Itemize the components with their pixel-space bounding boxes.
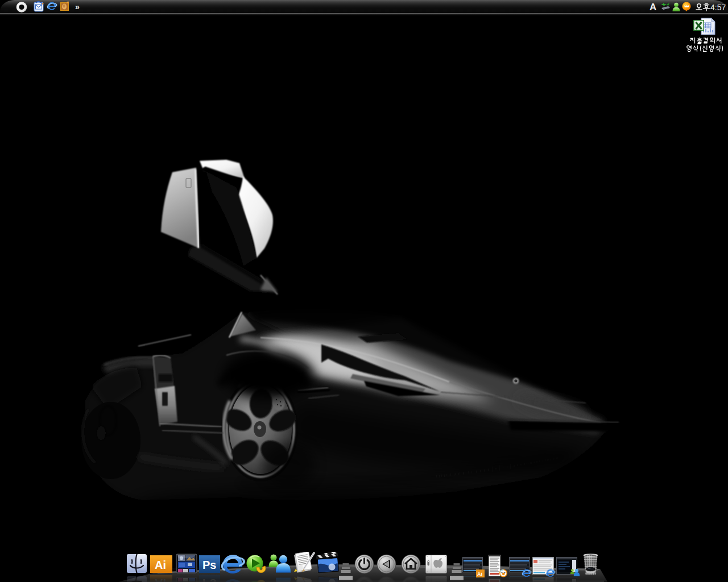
svg-text:Ai: Ai: [477, 571, 482, 577]
svg-text:Ai: Ai: [155, 559, 166, 571]
svg-text:Ps: Ps: [202, 577, 216, 582]
svg-text:Ps: Ps: [202, 559, 216, 571]
svg-text:Ai: Ai: [155, 577, 166, 582]
